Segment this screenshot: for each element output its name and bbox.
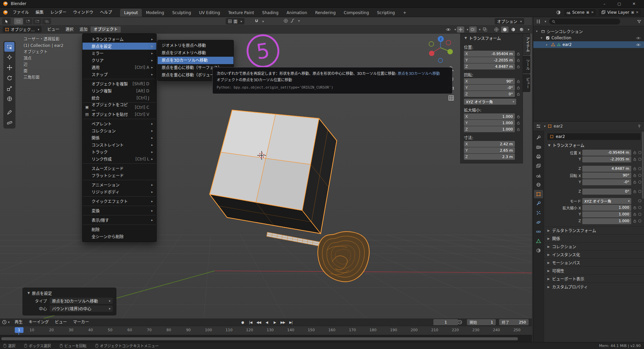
shading-rendered-icon[interactable] xyxy=(518,27,525,33)
lock-icon[interactable] xyxy=(516,92,521,96)
animate-dot-icon[interactable] xyxy=(638,213,641,216)
animate-dot-icon[interactable] xyxy=(638,151,641,154)
lock-icon[interactable] xyxy=(633,173,637,177)
lock-icon[interactable] xyxy=(516,115,521,118)
object-menu-item[interactable]: クイックエフェクト ▸ xyxy=(83,198,156,205)
object-menu-item[interactable]: ペアレント ▸ xyxy=(83,120,156,127)
properties-scrollbar[interactable] xyxy=(642,132,644,199)
object-menu-item[interactable]: フラットシェード ▸ xyxy=(83,172,156,179)
location-field-row[interactable]: X-0.95404 m xyxy=(464,51,521,57)
tab-world[interactable] xyxy=(534,181,543,189)
origin-type-dropdown[interactable]: 原点を3Dカーソルへ移動▾ xyxy=(50,298,113,304)
object-menu-item[interactable]: 原点を設定 ▸ xyxy=(83,43,156,50)
minimize-button[interactable]: – xyxy=(597,0,612,7)
active-tool-icon[interactable] xyxy=(2,18,11,24)
n-panel-tab[interactable]: アイテム xyxy=(523,34,530,55)
workspace-tab[interactable]: Scripting xyxy=(373,9,399,17)
proportional-edit-icon[interactable] xyxy=(283,18,288,23)
animate-dot-icon[interactable] xyxy=(638,190,641,193)
center-dropdown[interactable]: バウンド(境界)の中心▾ xyxy=(50,305,113,312)
n-panel-tab[interactable]: ビュー xyxy=(523,74,530,92)
lock-icon[interactable] xyxy=(633,167,637,170)
visibility-caret[interactable]: ▾ xyxy=(454,28,456,31)
object-menu-item[interactable]: ▸ xyxy=(83,78,156,80)
object-menu-item[interactable]: オブジェクトをコピー [Ctrl] C ▸ xyxy=(83,104,156,111)
playback-button[interactable]: ● xyxy=(240,320,245,324)
object-menu-item[interactable]: リンク複製 [Alt] D ▸ xyxy=(83,87,156,94)
xray-toggle-icon[interactable] xyxy=(481,27,489,33)
topbar-menu-item[interactable]: 編集 xyxy=(32,9,47,16)
search-input[interactable] xyxy=(557,19,609,24)
gizmo-y-axis[interactable] xyxy=(447,49,453,54)
transform-property-row[interactable]: Z 0°▾ xyxy=(547,188,641,195)
select-box-tool[interactable] xyxy=(4,42,14,52)
collapsed-panel[interactable]: ▶ 可視性 xyxy=(544,266,644,275)
tab-constraints[interactable] xyxy=(534,228,543,236)
lock-icon[interactable] xyxy=(633,180,637,184)
gizmo-z-neg[interactable] xyxy=(438,58,443,63)
location-field-row[interactable]: Z4.8487 m xyxy=(464,63,521,69)
object-menu-item[interactable]: ▸ xyxy=(83,162,156,165)
frame-end-field[interactable]: 終了 250 xyxy=(499,319,529,325)
workspace-tab[interactable]: Animation xyxy=(282,9,311,17)
topbar-menu-item[interactable]: ヘルプ xyxy=(97,9,115,16)
object-menu-item[interactable]: 変換 ▸ xyxy=(83,207,156,214)
timeline-menu-item[interactable]: マーカー xyxy=(70,319,92,325)
playback-button[interactable]: ▶| xyxy=(288,320,293,324)
collapsed-panel[interactable]: ▶ モーションパス xyxy=(544,258,644,266)
rotate-tool[interactable] xyxy=(4,73,14,83)
editor-shading-icon[interactable] xyxy=(556,10,561,15)
object-menu-item[interactable]: クリア ▸ xyxy=(83,57,156,64)
object-menu-item[interactable]: ▸ xyxy=(83,223,156,226)
topbar-menu-item[interactable]: ウィンドウ xyxy=(70,9,97,16)
object-name-field[interactable]: ear2 xyxy=(547,133,641,140)
transform-property-row[interactable]: Z 4.8487 m▾ xyxy=(547,165,641,172)
object-menu-item[interactable]: スナップ ▸ xyxy=(83,71,156,78)
rotation-field-row[interactable]: X90° xyxy=(464,78,521,84)
new-scene-icon[interactable]: ▣ xyxy=(586,10,589,14)
maximize-button[interactable]: ▢ xyxy=(612,0,627,7)
workspace-tab[interactable]: Layout xyxy=(120,9,142,17)
timeline-editor-icon[interactable] xyxy=(2,320,7,325)
rotation-field-row[interactable]: Y-0° xyxy=(464,85,521,91)
select-mode-new-icon[interactable] xyxy=(14,18,23,24)
options-dropdown[interactable]: オプション ▾ xyxy=(495,18,524,24)
lock-icon[interactable] xyxy=(516,128,521,131)
cube-object[interactable] xyxy=(210,110,337,234)
frame-start-field[interactable]: 開始 1 xyxy=(467,319,496,325)
rotation-mode-dropdown[interactable]: XYZ オイラー角▾ xyxy=(464,99,516,105)
snap-target-dropdown[interactable]: 面 ▾ xyxy=(226,18,245,24)
playback-button[interactable]: ▶▶ xyxy=(280,320,285,324)
tab-object-data[interactable] xyxy=(534,237,543,245)
outliner-row-scene-collection[interactable]: ▾ シーンコレクション xyxy=(533,28,644,35)
collapsed-panel[interactable]: ▶ インスタンス化 xyxy=(544,250,644,258)
outliner-row-collection[interactable]: ▾ Collection xyxy=(533,35,644,41)
transform-property-row[interactable]: 拡大縮小 X 1.000▾ xyxy=(547,204,641,211)
proportional-falloff-icon[interactable] xyxy=(290,18,295,23)
workspace-tab[interactable]: UV Editing xyxy=(195,9,224,17)
object-menu-item[interactable]: オブジェクトを貼付 [Ctrl] V ▸ xyxy=(83,111,156,118)
lock-icon[interactable] xyxy=(516,65,521,68)
blender-menu-icon[interactable] xyxy=(3,10,8,15)
object-menu-item[interactable]: リンク作成 [Ctrl] L ▸ xyxy=(83,155,156,162)
timeline-menu-item[interactable]: ビュー xyxy=(52,319,70,325)
select-mode-invert-icon[interactable] xyxy=(42,18,51,24)
object-menu-item[interactable]: リジッドボディ ▸ xyxy=(83,188,156,195)
animate-dot-icon[interactable] xyxy=(638,181,641,184)
object-menu-item[interactable]: トランスフォーム ▸ xyxy=(83,36,156,43)
object-menu-item[interactable]: ▸ xyxy=(83,205,156,207)
transform-property-row[interactable]: Y 1.000▾ xyxy=(547,211,641,217)
scale-field-row[interactable]: Z1.000 xyxy=(464,126,521,132)
animate-dot-icon[interactable] xyxy=(638,167,641,170)
panel-expand-icon[interactable]: ▼ xyxy=(465,36,467,40)
object-menu-item[interactable]: ▸ xyxy=(83,214,156,216)
annotate-tool[interactable] xyxy=(4,107,14,117)
view-layer-selector[interactable]: View Layer ▣ ✕ xyxy=(599,9,641,16)
object-menu-item[interactable]: コンストレイント ▸ xyxy=(83,141,156,148)
rotation-field-row[interactable]: Z0° xyxy=(464,91,521,97)
gizmo-x-axis[interactable] xyxy=(429,51,434,56)
timeline-menu-item[interactable]: キーイング xyxy=(26,319,52,325)
playback-button[interactable]: |◀ xyxy=(248,320,253,324)
dimensions-field-row[interactable]: X2.42 m xyxy=(464,141,521,147)
set-origin-menu-item[interactable]: 原点をジオメトリへ移動 xyxy=(158,49,233,57)
